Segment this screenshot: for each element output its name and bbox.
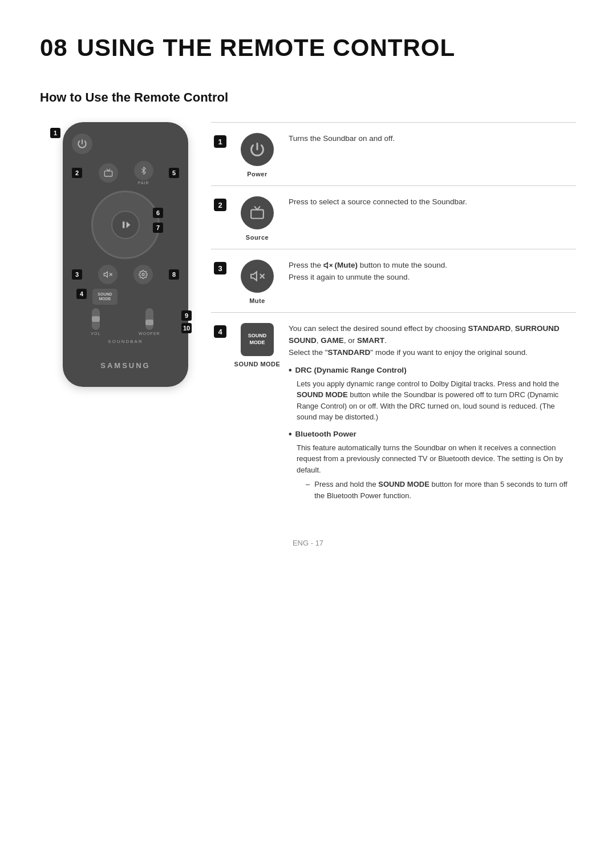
chapter-num: 08 bbox=[40, 34, 68, 61]
content-area: 1 2 bbox=[40, 122, 576, 516]
table-row-mute: 3 Mute Press the (Mute) button to mute t… bbox=[211, 249, 576, 313]
dpad-area: 6 7 bbox=[72, 191, 179, 259]
source-icon-label: Source bbox=[246, 234, 269, 241]
soundbar-label: SOUNDBAR bbox=[72, 339, 179, 344]
row-num-2: 2 bbox=[211, 186, 232, 249]
sound-mode-icon-label: SOUND MODE bbox=[234, 361, 281, 368]
woofer-slider[interactable]: WOOFER bbox=[139, 308, 160, 336]
sound-mode-button[interactable]: SOUNDMODE bbox=[92, 289, 117, 305]
table-row-power: 1 Power Turns the Soundbar on and off. bbox=[211, 123, 576, 186]
svg-marker-2 bbox=[127, 221, 131, 228]
source-icon-circle bbox=[241, 196, 274, 229]
power-icon-circle bbox=[241, 133, 274, 166]
mute-settings-row: 3 8 bbox=[72, 265, 179, 284]
section-title: How to Use the Remote Control bbox=[40, 90, 576, 105]
remote-badge-6: 6 bbox=[153, 208, 163, 218]
row-desc-sound-mode: You can select the desired sound effect … bbox=[283, 313, 576, 516]
row-desc-power: Turns the Soundbar on and off. bbox=[283, 123, 576, 185]
vol-woofer-row: VOL WOOFER 9 10 bbox=[72, 308, 179, 336]
source-bt-row: 2 PAIR 5 bbox=[72, 161, 179, 185]
chapter-title: 08USING THE REMOTE CONTROL bbox=[40, 34, 576, 62]
sound-mode-row: 4 SOUNDMODE bbox=[72, 289, 179, 305]
svg-marker-8 bbox=[251, 272, 257, 280]
bt-pair-group: PAIR bbox=[134, 161, 153, 185]
row-icon-sound-mode: SOUNDMODE SOUND MODE bbox=[232, 313, 283, 516]
svg-rect-7 bbox=[251, 210, 264, 219]
svg-marker-11 bbox=[324, 263, 327, 268]
row-num-1: 1 bbox=[211, 123, 232, 185]
table-row-source: 2 Source Press to select a source connec… bbox=[211, 186, 576, 249]
bt-pair-button[interactable] bbox=[134, 161, 153, 180]
remote-badge-9: 9 bbox=[181, 310, 192, 321]
play-pause-button[interactable] bbox=[111, 211, 140, 239]
remote-body: 1 2 bbox=[63, 122, 188, 387]
remote-badge-1: 1 bbox=[50, 128, 60, 138]
description-table: 1 Power Turns the Soundbar on and off. 2 bbox=[211, 122, 576, 516]
sound-mode-icon-rect: SOUNDMODE bbox=[241, 323, 274, 356]
remote-badge-4: 4 bbox=[76, 289, 87, 299]
remote-badge-5: 5 bbox=[169, 168, 179, 178]
svg-point-6 bbox=[142, 273, 144, 276]
row-num-3: 3 bbox=[211, 249, 232, 312]
vol-slider[interactable]: VOL bbox=[91, 308, 100, 336]
sound-mode-icon-text: SOUNDMODE bbox=[248, 333, 267, 346]
mute-button[interactable] bbox=[98, 265, 117, 284]
dpad[interactable] bbox=[91, 191, 160, 259]
table-row-sound-mode: 4 SOUNDMODE SOUND MODE You can select th… bbox=[211, 313, 576, 516]
mute-icon-circle bbox=[241, 260, 274, 293]
power-icon-label: Power bbox=[247, 171, 268, 177]
remote-top-row bbox=[72, 134, 179, 154]
remote-badge-7: 7 bbox=[153, 223, 163, 233]
samsung-label: SAMSUNG bbox=[72, 361, 179, 370]
vol-label: VOL bbox=[91, 332, 100, 336]
svg-rect-1 bbox=[123, 221, 124, 228]
chapter-title-text: USING THE REMOTE CONTROL bbox=[77, 34, 455, 61]
bullet-drc: • DRC (Dynamic Range Control) Lets you a… bbox=[289, 365, 569, 423]
settings-button[interactable] bbox=[133, 265, 153, 284]
pair-label: PAIR bbox=[138, 181, 149, 185]
row-icon-source: Source bbox=[232, 186, 283, 249]
remote-illustration: 1 2 bbox=[40, 122, 211, 516]
source-button[interactable] bbox=[99, 163, 118, 183]
remote-badge-3: 3 bbox=[72, 269, 82, 280]
row-desc-mute: Press the (Mute) button to mute the soun… bbox=[283, 249, 576, 312]
row-desc-source: Press to select a source connected to th… bbox=[283, 186, 576, 249]
woofer-label: WOOFER bbox=[139, 332, 160, 336]
svg-rect-0 bbox=[105, 171, 112, 176]
remote-badge-10: 10 bbox=[181, 323, 192, 333]
remote-badge-2: 2 bbox=[72, 168, 82, 178]
svg-marker-3 bbox=[104, 272, 107, 277]
power-button[interactable] bbox=[72, 134, 92, 154]
bullet-bluetooth: • Bluetooth Power This feature automatic… bbox=[289, 429, 569, 501]
row-icon-power: Power bbox=[232, 123, 283, 185]
sub-bullet-sound-mode: – Press and hold the SOUND MODE button f… bbox=[306, 479, 569, 501]
row-num-4: 4 bbox=[211, 313, 232, 516]
remote-badge-8: 8 bbox=[169, 269, 179, 280]
page-footer: ENG - 17 bbox=[40, 539, 576, 547]
mute-icon-label: Mute bbox=[249, 297, 265, 304]
row-icon-mute: Mute bbox=[232, 249, 283, 312]
